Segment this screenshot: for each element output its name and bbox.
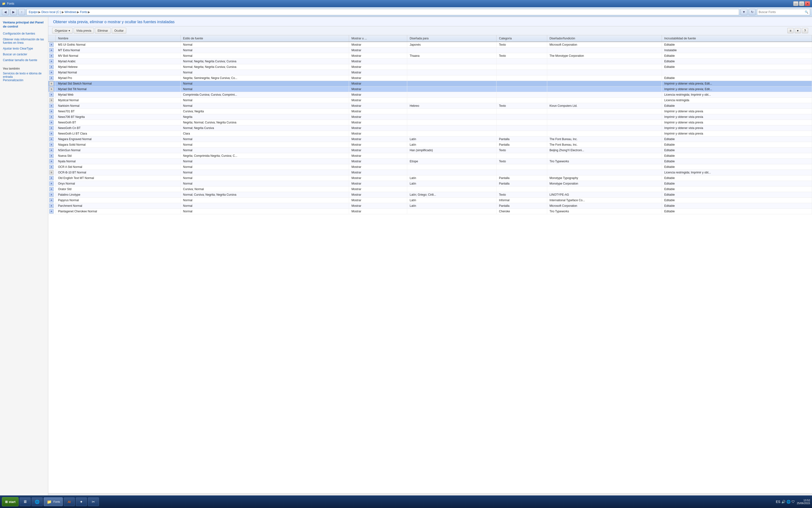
delete-button[interactable]: Eliminar: [95, 28, 110, 34]
hide-button[interactable]: Ocultar: [112, 28, 127, 34]
col-designer[interactable]: Diseñador/fundición: [547, 35, 662, 42]
table-row[interactable]: A Old English Text MT Normal Normal Most…: [48, 175, 812, 181]
sidebar-link-size[interactable]: Cambiar tamaño de fuente: [3, 58, 45, 62]
table-row[interactable]: A Niagara Solid Normal Normal Mostrar La…: [48, 142, 812, 147]
font-icon-img: A: [49, 43, 54, 47]
font-category: [496, 186, 547, 192]
sidebar-title: Ventana principal del Panel de control: [3, 20, 45, 29]
view-dropdown-button[interactable]: ▾: [795, 28, 801, 33]
taskbar-item-4[interactable]: ✦: [76, 497, 87, 506]
table-row[interactable]: A Myriad Pro Negrita; Seminegrita; Negra…: [48, 75, 812, 81]
font-icon-cell: A: [48, 103, 55, 109]
col-designed[interactable]: Diseñada para: [407, 35, 496, 42]
search-icon: 🔍: [805, 10, 808, 14]
table-row[interactable]: A Papyrus Normal Normal Mostrar Latín In…: [48, 198, 812, 203]
search-input[interactable]: [759, 10, 804, 14]
font-style: Normal: [181, 136, 349, 142]
table-row[interactable]: A NewsGoth Lt BT Clara Clara Mostrar Imp…: [48, 131, 812, 136]
table-row[interactable]: S Mystical Normal Normal Mostrar Licenci…: [48, 97, 812, 103]
table-row[interactable]: S Myriad Std Sketch Normal Normal Mostra…: [48, 81, 812, 86]
col-embed[interactable]: Incrustabilidad de fuente: [662, 35, 812, 42]
table-row[interactable]: A MS UI Gothic Normal Normal Mostrar Jap…: [48, 42, 812, 48]
col-category[interactable]: Categoría: [496, 35, 547, 42]
col-name[interactable]: Nombre: [55, 35, 181, 42]
start-button[interactable]: ⊞ start: [2, 497, 18, 506]
sidebar-link-text-services[interactable]: Servicios de texto e idioma de entrada: [3, 72, 42, 79]
table-row[interactable]: A Orator Std Cursiva; Normal Mostrar Edi…: [48, 186, 812, 192]
table-row[interactable]: A Plantagenet Cherokee Normal Normal Mos…: [48, 209, 812, 214]
table-row[interactable]: A Myriad Hebrew Normal; Negrita; Negrita…: [48, 64, 812, 70]
table-row[interactable]: A Niagara Engraved Normal Normal Mostrar…: [48, 136, 812, 142]
crumb-fonts[interactable]: Fonts: [80, 10, 87, 14]
taskbar-icon-0: 🖥: [22, 499, 28, 505]
table-row[interactable]: A Myriad Web Comprimida Cursiva; Cursiva…: [48, 92, 812, 97]
maximize-button[interactable]: □: [799, 1, 804, 6]
table-row[interactable]: A News706 BT Negrita Negrita Mostrar Imp…: [48, 114, 812, 120]
font-show: Mostrar: [349, 92, 407, 97]
col-show[interactable]: Mostrar u ...: [349, 35, 407, 42]
table-row[interactable]: A MT Extra Normal Normal Mostrar Instala…: [48, 48, 812, 53]
table-row[interactable]: A OCR A Std Normal Normal Mostrar Editab…: [48, 164, 812, 170]
font-name: Old English Text MT Normal: [55, 175, 181, 181]
sidebar-link-config[interactable]: Configuración de fuentes: [3, 32, 45, 36]
table-row[interactable]: A Myriad Arabic Normal; Negrita; Negrita…: [48, 59, 812, 64]
preview-button[interactable]: Vista previa: [74, 28, 94, 34]
font-embed: Instalable: [662, 48, 812, 53]
taskbar-item-3[interactable]: Ai: [64, 497, 75, 506]
font-category: [496, 86, 547, 92]
crumb-disco[interactable]: Disco local (C:): [41, 10, 61, 14]
dropdown-button[interactable]: ▼: [741, 9, 747, 15]
taskbar-clock[interactable]: 13:52 25/06/2015: [797, 499, 810, 505]
view-details-button[interactable]: ≡: [787, 28, 794, 33]
table-row[interactable]: A Narkisim Normal Normal Mostrar Hebreo …: [48, 103, 812, 109]
font-designed: [407, 75, 496, 81]
font-icon-cell: A: [48, 64, 55, 70]
table-row[interactable]: S OCR-B-10 BT Normal Normal Mostrar Lice…: [48, 170, 812, 175]
crumb-windows[interactable]: Windows: [65, 10, 77, 14]
back-button[interactable]: ◀: [2, 9, 9, 15]
table-row[interactable]: A Onyx Normal Normal Mostrar Latín Panta…: [48, 181, 812, 186]
sidebar-link-cleartype[interactable]: Ajustar texto ClearType: [3, 47, 45, 50]
sys-tray: ES 🔊 🌐 🛡: [776, 500, 795, 504]
font-name: NSimSun Normal: [55, 147, 181, 153]
table-row[interactable]: A NewsGoth Cn BT Normal; Negrita Cursiva…: [48, 125, 812, 131]
organize-button[interactable]: Organizar ▾: [52, 28, 73, 34]
refresh-button[interactable]: ↻: [749, 9, 756, 15]
col-style[interactable]: Estilo de fuente: [181, 35, 349, 42]
search-box: 🔍: [757, 9, 810, 15]
address-path[interactable]: Equipo ▶ Disco local (C:) ▶ Windows ▶ Fo…: [27, 9, 739, 15]
close-button[interactable]: ✕: [805, 1, 810, 6]
help-button[interactable]: ?: [802, 28, 808, 33]
table-row[interactable]: A News701 BT Cursiva; Negrita Mostrar Im…: [48, 109, 812, 114]
main-area: Ventana principal del Panel de control C…: [0, 17, 812, 508]
table-row[interactable]: A MV Boli Normal Normal Mostrar Thaana T…: [48, 53, 812, 59]
font-designed: Latín: [407, 181, 496, 186]
font-style: Cursiva; Normal: [181, 186, 349, 192]
taskbar-item-5[interactable]: ✂: [88, 497, 99, 506]
table-row[interactable]: A Palatino Linotype Normal; Cursiva; Neg…: [48, 192, 812, 198]
font-designed: [407, 97, 496, 103]
font-designed: Latín: [407, 203, 496, 209]
sidebar-link-char[interactable]: Buscar un carácter: [3, 52, 45, 56]
sidebar-link-personalization[interactable]: Personalización: [3, 78, 23, 82]
table-row[interactable]: A NSimSun Normal Normal Mostrar Han (sim…: [48, 147, 812, 153]
table-row[interactable]: A NewsGoth BT Negrita; Normal; Cursiva; …: [48, 120, 812, 125]
crumb-equipo[interactable]: Equipo: [29, 10, 38, 14]
taskbar-item-2[interactable]: 📁 Fonts: [44, 497, 63, 506]
font-category: Pantalla: [496, 175, 547, 181]
up-button[interactable]: ↑: [18, 9, 25, 15]
table-row[interactable]: A Nueva Std Negrita; Comprimida Negrita;…: [48, 153, 812, 159]
sidebar-link-online[interactable]: Obtener más información de las fuentes e…: [3, 37, 45, 45]
font-icon-cell: A: [48, 159, 55, 164]
minimize-button[interactable]: —: [793, 1, 799, 6]
forward-button[interactable]: ▶: [10, 9, 17, 15]
table-row[interactable]: S Myriad Std Tilt Normal Normal Mostrar …: [48, 86, 812, 92]
table-row[interactable]: A Parchment Normal Normal Mostrar Latín …: [48, 203, 812, 209]
font-name: Papyrus Normal: [55, 198, 181, 203]
taskbar-item-0[interactable]: 🖥: [19, 497, 31, 506]
table-row[interactable]: A Myriad Normal Normal Mostrar: [48, 70, 812, 75]
table-row[interactable]: A Nyala Normal Normal Mostrar Etíope Tex…: [48, 159, 812, 164]
font-show: Mostrar: [349, 109, 407, 114]
taskbar-item-1[interactable]: 🌐: [32, 497, 43, 506]
col-icon[interactable]: [48, 35, 55, 42]
